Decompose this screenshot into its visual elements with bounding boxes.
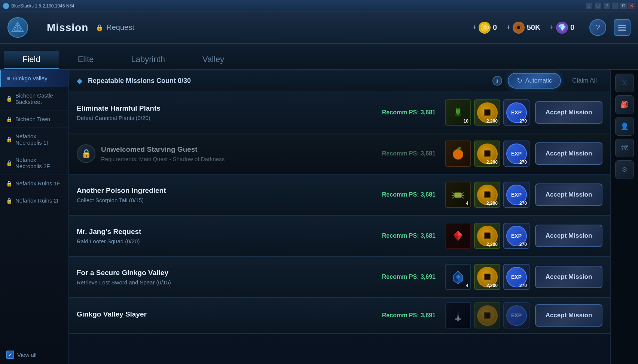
svg-point-29 bbox=[456, 275, 460, 279]
svg-line-17 bbox=[462, 197, 464, 198]
reward-plant-1: 10 bbox=[445, 99, 471, 126]
tab-field[interactable]: Field bbox=[4, 51, 59, 69]
sidebar-label-nefariox-1f: Nefariox Necropolis 1F bbox=[15, 133, 62, 146]
reward-icons-3: 4 2,200 EXP 270 bbox=[445, 182, 529, 208]
coin-hole-5 bbox=[484, 274, 491, 280]
accept-mission-button-1[interactable]: Accept Mission bbox=[535, 101, 602, 124]
sidebar-label-ginkgo: Ginkgo Valley bbox=[13, 75, 47, 81]
svg-marker-19 bbox=[458, 231, 463, 236]
reward-count-exp-1: 270 bbox=[519, 118, 527, 124]
logo-area bbox=[7, 17, 28, 38]
close-button[interactable]: ✕ bbox=[628, 3, 635, 9]
tab-valley[interactable]: Valley bbox=[184, 51, 243, 69]
menu-button[interactable] bbox=[614, 19, 631, 36]
nav-mission-title: Mission bbox=[47, 22, 88, 34]
help-titlebar-button[interactable]: ? bbox=[604, 3, 610, 9]
reward-crystal-5: 4 bbox=[445, 264, 471, 290]
claim-all-button[interactable]: Claim All bbox=[567, 74, 602, 87]
sidebar-item-bicheon-town[interactable]: 🔒 Bicheon Town bbox=[0, 111, 68, 128]
sidebar-label-ruins-1f: Nefariox Ruins 1F bbox=[15, 180, 60, 186]
copper-currency: + 50K bbox=[506, 22, 540, 34]
svg-point-8 bbox=[453, 149, 463, 159]
lock-icon-bicheon-town: 🔒 bbox=[6, 116, 12, 122]
sidebar-label-nefariox-2f: Nefariox Necropolis 2F bbox=[15, 157, 62, 169]
reward-icons-1: 10 2,200 EXP 270 bbox=[445, 99, 529, 126]
lock-icon-nefariox-2f: 🔒 bbox=[6, 160, 12, 166]
reward-count-coin-5: 2,200 bbox=[486, 283, 498, 288]
right-btn-3[interactable]: 👤 bbox=[615, 117, 634, 136]
mission-name-1: Eliminate Harmful Plants bbox=[77, 104, 376, 112]
svg-marker-22 bbox=[458, 235, 463, 241]
mission-row-4: Mr. Jang's Request Raid Looter Squad (0/… bbox=[69, 216, 610, 257]
mission-sub-2: Requirements: Main Quest - Shadow of Dar… bbox=[101, 156, 376, 162]
sidebar-item-bicheon-castle[interactable]: 🔒 Bicheon Castle Backstreet bbox=[0, 87, 68, 111]
coin-hole-3 bbox=[484, 191, 491, 198]
svg-line-12 bbox=[452, 192, 454, 194]
copper-value: 50K bbox=[527, 23, 541, 32]
accept-mission-button-3[interactable]: Accept Mission bbox=[535, 183, 602, 206]
mission-sub-5: Retrieve Lost Sword and Spear (0/15) bbox=[77, 279, 376, 286]
main-content: ◆ Repeatable Missions Count 0/30 ℹ ↻ Aut… bbox=[69, 70, 610, 364]
tab-bar: Field Elite Labyrinth Valley bbox=[0, 44, 638, 70]
tab-elite[interactable]: Elite bbox=[59, 51, 113, 69]
app-icon bbox=[3, 3, 9, 9]
svg-rect-11 bbox=[455, 193, 461, 197]
currency-area: + 🪙 0 + 50K + 💎 bbox=[473, 22, 575, 34]
mission-sub-1: Defeat Cannibal Plants (0/20) bbox=[77, 115, 376, 121]
window-controls: ? − ⊟ ✕ bbox=[604, 3, 635, 9]
accept-mission-button-4[interactable]: Accept Mission bbox=[535, 225, 602, 247]
reward-exp-3: EXP 270 bbox=[503, 182, 529, 208]
reward-gem-4 bbox=[445, 223, 471, 249]
reward-icons-6: EXP bbox=[445, 302, 529, 328]
gem-icon: 💎 bbox=[556, 22, 568, 34]
accept-mission-button-2[interactable]: Accept Mission bbox=[535, 142, 602, 165]
reward-count-crystal-5: 4 bbox=[466, 283, 468, 288]
reward-coin-2: 2,200 bbox=[474, 141, 500, 167]
tab-labyrinth[interactable]: Labyrinth bbox=[112, 51, 184, 69]
right-btn-4[interactable]: 🗺 bbox=[615, 139, 634, 157]
sidebar-item-nefariox-1f[interactable]: 🔒 Nefariox Necropolis 1F bbox=[0, 128, 68, 151]
home-button[interactable]: ⌂ bbox=[586, 3, 592, 9]
accept-mission-button-5[interactable]: Accept Mission bbox=[535, 266, 602, 288]
sidebar-item-nefariox-2f[interactable]: 🔒 Nefariox Necropolis 2F bbox=[0, 151, 68, 175]
coin-icon-6 bbox=[477, 305, 498, 326]
reward-exp-1: EXP 270 bbox=[503, 99, 529, 126]
mission-ps-1: Recomm PS: 3,681 bbox=[382, 109, 436, 116]
sidebar-footer-view-all[interactable]: ✓ View all bbox=[0, 345, 68, 364]
reward-exp-5: EXP 270 bbox=[503, 264, 529, 290]
minimize-button[interactable]: − bbox=[612, 3, 619, 9]
reward-scorpion-3: 4 bbox=[445, 182, 471, 208]
game-area: Mission 🔒 Request + 🪙 0 + bbox=[0, 12, 638, 364]
sidebar-item-ginkgo-valley[interactable]: Ginkgo Valley bbox=[0, 70, 68, 87]
mission-ps-2: Recomm PS: 3,681 bbox=[382, 150, 436, 157]
mission-ps-3: Recomm PS: 3,681 bbox=[382, 191, 436, 198]
top-nav: Mission 🔒 Request + 🪙 0 + bbox=[0, 12, 638, 44]
right-btn-2[interactable]: 🎒 bbox=[615, 95, 634, 114]
restore-button[interactable]: ⊟ bbox=[620, 3, 627, 9]
sidebar: Ginkgo Valley 🔒 Bicheon Castle Backstree… bbox=[0, 70, 69, 364]
mission-info-2: Unwelcomed Starving Guest Requirements: … bbox=[101, 145, 376, 162]
coin-hole-2 bbox=[484, 150, 491, 157]
nav-request-button[interactable]: 🔒 Request bbox=[96, 23, 134, 32]
game-logo bbox=[7, 17, 28, 38]
reward-count-coin-1: 2,200 bbox=[486, 118, 498, 124]
sidebar-item-nefariox-ruins-1f[interactable]: 🔒 Nefariox Ruins 1F bbox=[0, 175, 68, 192]
mission-name-4: Mr. Jang's Request bbox=[77, 228, 376, 236]
help-button[interactable]: ? bbox=[589, 19, 606, 36]
automatic-button[interactable]: ↻ Automatic bbox=[508, 73, 561, 89]
right-btn-5[interactable]: ⚙ bbox=[615, 160, 634, 179]
mission-header: ◆ Repeatable Missions Count 0/30 ℹ ↻ Aut… bbox=[69, 70, 610, 92]
reward-icons-2: 2,200 EXP 270 bbox=[445, 141, 529, 167]
reward-count-exp-3: 270 bbox=[519, 201, 527, 206]
sidebar-item-nefariox-ruins-2f[interactable]: 🔒 Nefariox Ruins 2F bbox=[0, 192, 68, 209]
mission-info-5: For a Secure Ginkgo Valley Retrieve Lost… bbox=[77, 269, 376, 286]
mission-row-3: Another Poison Ingredient Collect Scorpi… bbox=[69, 175, 610, 216]
right-btn-1[interactable]: ⚔ bbox=[615, 74, 634, 92]
coin-hole-4 bbox=[484, 232, 491, 239]
mission-name-3: Another Poison Ingredient bbox=[77, 186, 376, 195]
info-icon[interactable]: ℹ bbox=[492, 76, 502, 86]
app-title: BlueStacks 1 5.2.100.1045 N64 bbox=[11, 3, 583, 9]
multinstance-button[interactable]: □ bbox=[595, 3, 601, 9]
right-sidebar: ⚔ 🎒 👤 🗺 ⚙ bbox=[610, 70, 638, 364]
accept-mission-button-6[interactable]: Accept Mission bbox=[535, 304, 602, 327]
